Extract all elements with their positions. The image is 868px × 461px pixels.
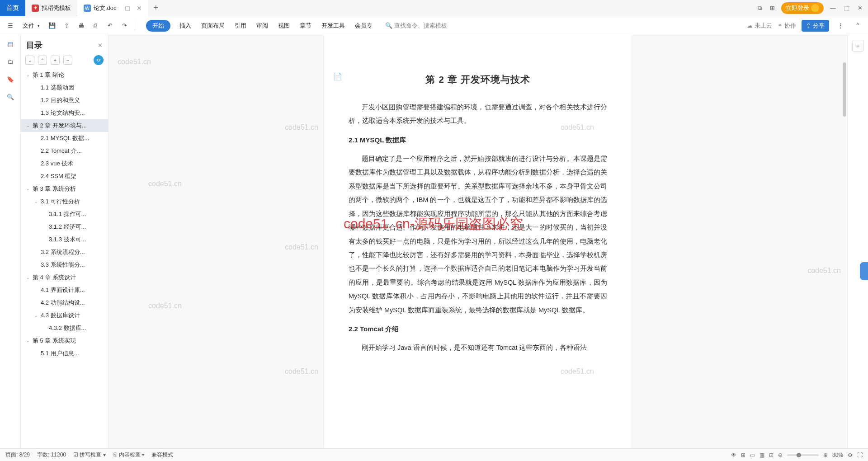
panel-close-icon[interactable]: ✕ [98, 42, 103, 49]
collab-button[interactable]: ⚭ 协作 [778, 22, 796, 30]
watermark: code51.cn [285, 243, 318, 251]
toc-item[interactable]: ⌄第 5 章 系统实现 [21, 334, 108, 347]
scrollbar-thumb[interactable] [843, 62, 846, 117]
screen-icon[interactable]: ▢ [125, 5, 130, 11]
zoom-slider[interactable] [787, 454, 819, 456]
paragraph: 题目确定了是一个应用程序之后，就开始按部就班的进行设计与分析。本课题是需要数据库… [349, 152, 607, 317]
find-icon[interactable]: 🔍 [7, 94, 14, 100]
watermark: code51.cn [148, 180, 182, 188]
toc-item[interactable]: 2.3 vue 技术 [21, 157, 108, 170]
grid-icon[interactable]: ⊞ [741, 452, 745, 458]
sync-icon[interactable]: ⟳ [94, 55, 104, 65]
more-icon[interactable]: ⋮ [835, 20, 846, 32]
toc-item[interactable]: 2.2 Tomcat 介... [21, 145, 108, 157]
toc-item[interactable]: ⌄第 3 章 系统分析 [21, 183, 108, 195]
spellcheck-toggle[interactable]: ☑ 拼写检查 ▾ [73, 451, 106, 459]
menu-layout[interactable]: 页面布局 [200, 20, 226, 32]
toc-item[interactable]: 4.3.2 数据库... [21, 322, 108, 334]
settings-icon[interactable]: ⚙ [848, 452, 853, 458]
menu-view[interactable]: 视图 [277, 20, 291, 32]
menu-devtools[interactable]: 开发工具 [321, 20, 346, 32]
toc-item[interactable]: 3.3 系统性能分... [21, 259, 108, 271]
toc-item[interactable]: ⌄3.1 可行性分析 [21, 195, 108, 208]
tab-add[interactable]: + [148, 3, 164, 13]
layout-icon[interactable]: ⧉ [756, 3, 764, 14]
fullscreen-icon[interactable]: ⛶ [857, 452, 863, 458]
preview-icon[interactable]: ⎙ [90, 20, 101, 32]
tab-template[interactable]: ✦ 找稻壳模板 [25, 0, 77, 16]
outline-icon[interactable]: ▤ [8, 41, 13, 47]
minimize-icon[interactable]: — [828, 3, 838, 13]
expand-all-icon[interactable]: ⌄ [25, 56, 34, 65]
toc-item[interactable]: ⌄第 1 章 绪论 [21, 69, 108, 81]
remove-icon[interactable]: − [63, 56, 72, 65]
menu-member[interactable]: 会员专 [354, 20, 373, 32]
menu-start[interactable]: 开始 [146, 20, 170, 32]
export-icon[interactable]: ⇪ [61, 20, 72, 32]
page-count[interactable]: 页面: 8/29 [5, 451, 30, 459]
watermark: code51.cn [148, 302, 182, 310]
toc-item[interactable]: 2.4 SSM 框架 [21, 170, 108, 183]
toc-item[interactable]: 1.3 论文结构安... [21, 107, 108, 119]
tab-home[interactable]: 首页 [0, 0, 25, 16]
zoom-out-icon[interactable]: ⊖ [778, 452, 783, 458]
apps-icon[interactable]: ⊞ [768, 3, 777, 13]
paragraph-icon[interactable]: 📄 [333, 72, 342, 81]
collapse-all-icon[interactable]: ⌃ [38, 56, 47, 65]
format-panel-icon[interactable]: ≡ [852, 40, 864, 52]
share-button[interactable]: ⇧ 分享 [802, 20, 829, 32]
login-button[interactable]: 立即登录 [781, 2, 824, 14]
file-menu[interactable]: 文件▾ [19, 22, 43, 30]
menu-reference[interactable]: 引用 [234, 20, 247, 32]
toc-item[interactable]: 4.1 界面设计原... [21, 284, 108, 296]
menu-review[interactable]: 审阅 [255, 20, 269, 32]
toc-item[interactable]: 3.1.3 技术可... [21, 233, 108, 246]
web-view-icon[interactable]: ⊡ [769, 452, 774, 458]
watermark: code51.cn [118, 58, 151, 66]
toc-item[interactable]: ⌄第 4 章 系统设计 [21, 271, 108, 284]
read-view-icon[interactable]: ▥ [760, 452, 764, 458]
add-icon[interactable]: + [51, 56, 60, 65]
toc-item[interactable]: 5.1 用户信息... [21, 347, 108, 360]
panel-title: 目录 [26, 40, 98, 51]
edge-handle[interactable] [860, 262, 868, 280]
eye-icon[interactable]: 👁 [731, 452, 736, 458]
close-window-icon[interactable]: ✕ [856, 3, 864, 13]
toc-item[interactable]: 1.1 选题动因 [21, 81, 108, 94]
menu-insert[interactable]: 插入 [179, 20, 192, 32]
command-search[interactable]: 🔍 查找命令、搜索模板 [385, 22, 447, 30]
zoom-level[interactable]: 80% [832, 452, 843, 458]
toc-item[interactable]: 3.1.2 经济可... [21, 221, 108, 233]
maximize-icon[interactable]: ⬚ [842, 3, 851, 13]
heading-2: 2.1 MYSQL 数据库 [349, 136, 607, 145]
toc-item[interactable]: 3.1.1 操作可... [21, 208, 108, 221]
close-icon[interactable]: ✕ [137, 5, 142, 12]
redo-icon[interactable]: ↷ [118, 20, 130, 32]
save-icon[interactable]: 💾 [46, 20, 58, 32]
word-count[interactable]: 字数: 11200 [37, 451, 66, 459]
menu-chapter[interactable]: 章节 [299, 20, 312, 32]
document-canvas[interactable]: 📄 第 2 章 开发环境与技术 开发小区团购管理需要搭建编程的环境，也需要通过调… [108, 35, 847, 448]
print-icon[interactable]: 🖶 [75, 20, 87, 32]
zoom-in-icon[interactable]: ⊕ [823, 452, 828, 458]
toc-item[interactable]: ⌄第 2 章 开发环境与... [21, 119, 108, 132]
folder-icon[interactable]: 🗀 [7, 58, 13, 65]
toc-item[interactable]: 2.1 MYSQL 数据... [21, 132, 108, 145]
menu-icon[interactable]: ☰ [5, 20, 16, 32]
page: 📄 第 2 章 开发环境与技术 开发小区团购管理需要搭建编程的环境，也需要通过调… [324, 35, 632, 448]
avatar-icon [811, 4, 819, 12]
toc-list: ⌄第 1 章 绪论1.1 选题动因1.2 目的和意义1.3 论文结构安...⌄第… [21, 69, 108, 448]
tab-document[interactable]: W 论文.doc ▢ ✕ [77, 0, 148, 16]
bookmark-icon[interactable]: 🔖 [7, 76, 14, 83]
collapse-icon[interactable]: ⌃ [852, 20, 863, 32]
cloud-status[interactable]: ☁ 未上云 [747, 22, 772, 30]
contentcheck-toggle[interactable]: ⦾ 内容检查 ▾ [113, 451, 145, 459]
toc-item[interactable]: ⌄4.3 数据库设计 [21, 309, 108, 322]
page-view-icon[interactable]: ▭ [750, 452, 755, 458]
undo-icon[interactable]: ↶ [104, 20, 116, 32]
outline-panel: 目录 ✕ ⌄ ⌃ + − ⟳ ⌄第 1 章 绪论1.1 选题动因1.2 目的和意… [21, 35, 108, 448]
compat-mode[interactable]: 兼容模式 [151, 451, 173, 459]
toc-item[interactable]: 1.2 目的和意义 [21, 94, 108, 107]
toc-item[interactable]: 4.2 功能结构设... [21, 296, 108, 309]
toc-item[interactable]: 3.2 系统流程分... [21, 246, 108, 259]
